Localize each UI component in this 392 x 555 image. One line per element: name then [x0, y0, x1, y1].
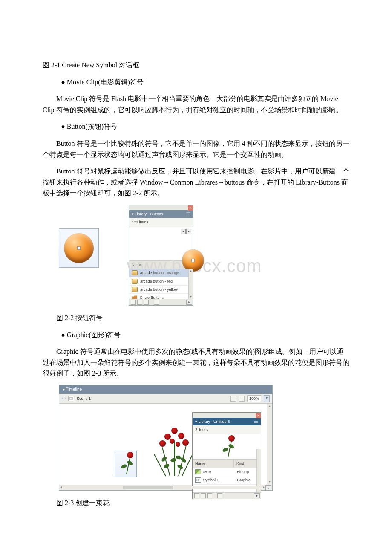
- panel-grip-icon[interactable]: [254, 420, 258, 423]
- col-name-header[interactable]: Name: [193, 460, 234, 467]
- list-item[interactable]: Symbol 1 Graphic: [193, 476, 261, 484]
- library-list: arcade button - orange arcade button - r…: [129, 269, 193, 299]
- para-button-2: Button 符号对鼠标运动能够做出反应，并且可以使用它来控制电影。在影片中，用…: [43, 166, 349, 199]
- panel-grip-icon[interactable]: [186, 212, 190, 216]
- zoom-value[interactable]: 100%: [247, 395, 261, 402]
- close-icon[interactable]: ×: [256, 413, 261, 418]
- library-buttons-panel: × ▾ Library - Buttons 122 items ◂ ▸ Name…: [129, 205, 193, 306]
- panel-titlebar: ×: [129, 205, 193, 210]
- panel-header[interactable]: ▾ Library - Untitled-8: [193, 418, 261, 425]
- panel-preview: ◂ ▸: [129, 227, 193, 260]
- orange-arcade-button-icon: [64, 233, 94, 263]
- panel-titlebar: ×: [193, 413, 261, 418]
- resize-grip-icon[interactable]: ▸: [254, 493, 260, 498]
- next-icon[interactable]: ▸: [186, 229, 191, 234]
- panel-title-text: ▾ Library - Buttons: [132, 211, 163, 217]
- figure-2-3: ▾ Timeline ⇦ Scene 1 100% ▾: [59, 385, 349, 491]
- panel-footer: ▸: [193, 492, 261, 499]
- list-item[interactable]: Circle Buttons: [129, 294, 193, 299]
- prev-icon[interactable]: ◂: [181, 229, 186, 234]
- scrollbar[interactable]: ▴▾: [188, 269, 193, 299]
- scene-bar: ⇦ Scene 1 100% ▾: [59, 394, 272, 404]
- caption-fig22: 图 2-2 按钮符号: [43, 312, 349, 324]
- scene-name[interactable]: Scene 1: [77, 396, 91, 402]
- close-icon[interactable]: ×: [188, 205, 193, 211]
- folder-icon: [132, 295, 137, 299]
- panel-footer: ▸: [129, 299, 193, 305]
- para-button-1: Button 符号是一个比较特殊的符号，它不是单一的图像，它用 4 种不同的状态…: [43, 138, 349, 160]
- new-folder-icon[interactable]: [137, 300, 142, 305]
- lib-preview: [193, 434, 261, 459]
- button-symbol-icon: [132, 287, 138, 292]
- bullet-movieclip: ● Movie Clip(电影剪辑)符号: [43, 77, 349, 88]
- edit-symbols-icon[interactable]: [239, 396, 245, 402]
- graphic-symbol-icon: [195, 477, 201, 483]
- scene-icon: [68, 396, 74, 401]
- figure-2-2: www.bdocx.com × ▾ Library - Buttons 122 …: [59, 205, 349, 306]
- list-item[interactable]: arcade button - yellow: [129, 286, 193, 294]
- new-folder-icon[interactable]: [201, 493, 206, 498]
- new-symbol-icon[interactable]: [131, 300, 136, 305]
- lib-columns: Name Kind: [193, 459, 261, 468]
- delete-icon[interactable]: [154, 300, 159, 305]
- button-symbol-icon: [132, 279, 138, 284]
- list-item[interactable]: 0516 Bitmap: [193, 468, 261, 476]
- back-icon[interactable]: ⇦: [62, 395, 66, 402]
- edit-scene-icon[interactable]: [230, 396, 236, 402]
- lib-item-count: 2 items: [193, 425, 261, 434]
- caption-fig21: 图 2-1 Create New Symbol 对话框: [43, 60, 349, 71]
- stage[interactable]: × ▾ Library - Untitled-8 2 items Name Ki…: [59, 404, 272, 485]
- selected-button-preview: [59, 228, 99, 268]
- bullet-graphic: ● Graphic(图形)符号: [43, 330, 349, 341]
- zoom-dropdown-icon[interactable]: ▾: [264, 395, 270, 402]
- para-movieclip: Movie Clip 符号是 Flash 电影中一个相当重要的角色，大部分的电影…: [43, 93, 349, 115]
- new-symbol-icon[interactable]: [194, 493, 199, 498]
- orange-arcade-button-icon: [182, 249, 204, 272]
- item-count: 122 items: [129, 218, 193, 227]
- rose-bouquet[interactable]: [155, 429, 193, 476]
- bitmap-icon: [195, 469, 201, 474]
- panel-header[interactable]: ▾ Library - Buttons: [129, 210, 193, 218]
- list-item[interactable]: arcade button - orange: [129, 269, 193, 277]
- properties-icon[interactable]: [144, 300, 149, 305]
- delete-icon[interactable]: [217, 493, 222, 498]
- para-graphic: Graphic 符号通常由在电影中使用多次的静态(或不具有动画效果的)图形组成。…: [43, 346, 349, 379]
- button-symbol-icon: [132, 270, 138, 275]
- list-item[interactable]: arcade button - red: [129, 278, 193, 286]
- col-name-header[interactable]: Name: [132, 262, 142, 268]
- panel-title-text: ▾ Library - Untitled-8: [195, 419, 230, 425]
- vertical-scrollbar[interactable]: ▴▾: [267, 404, 272, 485]
- timeline-bar[interactable]: ▾ Timeline: [59, 385, 272, 394]
- resize-grip-icon[interactable]: ▸: [186, 300, 192, 305]
- selected-rose-instance[interactable]: [115, 451, 137, 477]
- properties-icon[interactable]: [207, 493, 212, 498]
- bullet-button: ● Button(按钮)符号: [43, 121, 349, 132]
